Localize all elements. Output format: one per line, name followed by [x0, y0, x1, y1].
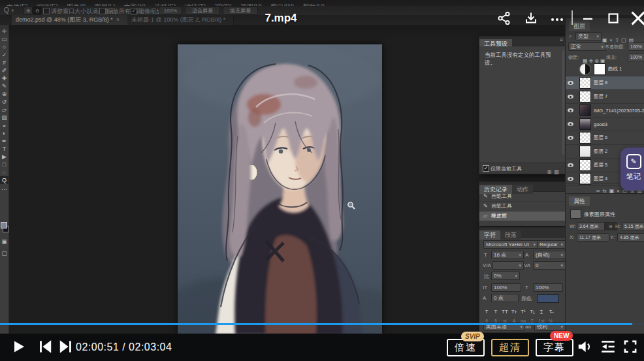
- quick-selection-tool-icon[interactable]: ✓: [0, 51, 8, 59]
- notes-widget[interactable]: ✎ 笔记: [620, 148, 644, 191]
- fullscreen-icon[interactable]: [622, 338, 639, 355]
- eyedropper-tool-icon[interactable]: ✐: [0, 67, 8, 74]
- history-state-row[interactable]: ▱橡皮擦: [479, 212, 566, 221]
- layer-thumbnail[interactable]: [579, 159, 591, 171]
- more-tools-icon[interactable]: ⋯: [0, 185, 8, 193]
- baseline-shift-field[interactable]: 0 点: [491, 294, 519, 302]
- vertical-scale-field[interactable]: 100%: [491, 283, 521, 292]
- font-size-select[interactable]: 16 点▾: [491, 251, 524, 259]
- width-field[interactable]: 3.64 厘米: [577, 222, 607, 230]
- tracking-select[interactable]: 0▾: [533, 261, 566, 270]
- fill-field[interactable]: 100%: [628, 53, 644, 61]
- layer-thumbnail[interactable]: [579, 77, 591, 89]
- path-selection-tool-icon[interactable]: ▶: [0, 153, 8, 161]
- close-tab-icon[interactable]: ×: [116, 16, 120, 23]
- horizontal-scale-field[interactable]: 100%: [533, 283, 563, 292]
- dodge-tool-icon[interactable]: ◐: [0, 129, 8, 137]
- panel-footer-icon[interactable]: ▥: [554, 169, 559, 175]
- type-tool-icon[interactable]: T: [0, 145, 8, 153]
- layer-name[interactable]: 图层 8: [594, 80, 607, 86]
- quick-mask-icon[interactable]: ▣: [0, 238, 8, 245]
- zoom-out-button[interactable]: ⊖: [33, 7, 42, 15]
- previous-button[interactable]: [37, 338, 54, 355]
- next-button[interactable]: [57, 338, 74, 355]
- panel-scrollbar[interactable]: [562, 50, 564, 155]
- history-brush-tool-icon[interactable]: ↺: [0, 98, 8, 106]
- play-button[interactable]: [10, 338, 26, 355]
- zoom-tool-icon[interactable]: Q: [0, 176, 8, 184]
- layer-row[interactable]: 图层 8: [566, 76, 644, 90]
- tab-properties[interactable]: 属性: [569, 196, 590, 206]
- layer-name[interactable]: 图层 4: [594, 176, 607, 182]
- progress-bar[interactable]: [0, 323, 644, 325]
- blend-mode-select[interactable]: 正常▾: [568, 42, 606, 51]
- volume-icon[interactable]: [576, 338, 593, 355]
- visibility-eye-icon[interactable]: [568, 136, 573, 140]
- eraser-tool-icon[interactable]: ▱: [0, 106, 8, 114]
- height-field[interactable]: 5.15 厘米: [622, 222, 644, 230]
- layer-name[interactable]: 图层 6: [594, 134, 607, 141]
- current-tool-only-checkbox[interactable]: ✓: [483, 165, 489, 172]
- visibility-eye-icon[interactable]: [568, 163, 573, 167]
- panel-menu-icon[interactable]: ≡: [560, 37, 563, 43]
- layer-filter-icon[interactable]: ▢: [621, 37, 626, 43]
- quality-button[interactable]: 超清: [491, 339, 529, 356]
- playback-speed-button[interactable]: 倍速: [447, 339, 485, 356]
- close-icon[interactable]: [629, 9, 644, 27]
- minimize-icon[interactable]: [580, 10, 596, 26]
- layer-row[interactable]: good3: [566, 118, 644, 131]
- layer-thumbnail[interactable]: [579, 63, 591, 75]
- layer-thumbnail[interactable]: [579, 104, 591, 116]
- history-state-row[interactable]: ✎画笔工具: [479, 192, 566, 202]
- pen-tool-icon[interactable]: ✒: [0, 137, 8, 145]
- text-color-swatch[interactable]: [537, 294, 559, 303]
- layer-name[interactable]: 图层 7: [594, 93, 607, 100]
- share-icon[interactable]: [496, 10, 512, 26]
- opacity-field[interactable]: 100%: [628, 42, 644, 51]
- ps-canvas[interactable]: [178, 44, 382, 334]
- layer-name[interactable]: 图层 5: [594, 162, 607, 168]
- layer-thumbnail[interactable]: [579, 118, 591, 130]
- y-field[interactable]: 4.85 厘米: [617, 233, 644, 242]
- playlist-icon[interactable]: [600, 338, 617, 355]
- layer-name[interactable]: good3: [594, 121, 607, 127]
- download-icon[interactable]: [523, 10, 539, 26]
- move-tool-icon[interactable]: ✛: [0, 27, 8, 35]
- layer-thumbnail[interactable]: [579, 146, 591, 157]
- blur-tool-icon[interactable]: ◒: [0, 121, 8, 129]
- x-field[interactable]: 11.17 厘米: [577, 233, 609, 242]
- visibility-eye-icon[interactable]: [568, 108, 573, 112]
- lasso-tool-icon[interactable]: ○: [0, 43, 8, 51]
- chevron-down-icon[interactable]: ▾: [11, 7, 14, 14]
- panel-footer-icon[interactable]: ⊞: [547, 169, 552, 175]
- layer-thumbnail[interactable]: [579, 91, 591, 102]
- healing-brush-tool-icon[interactable]: ✚: [0, 74, 8, 82]
- visibility-eye-icon[interactable]: [568, 81, 573, 85]
- layer-row[interactable]: 图层 7: [566, 90, 644, 104]
- gradient-tool-icon[interactable]: ▨: [0, 114, 8, 121]
- document-tab-active[interactable]: demo2.psd @ 48% (图层 3, RGB/8) *×: [12, 15, 135, 25]
- clone-stamp-tool-icon[interactable]: ⊕: [0, 90, 8, 98]
- layer-thumbnail[interactable]: [579, 132, 591, 144]
- subtitle-button[interactable]: 字幕: [536, 339, 573, 356]
- crop-tool-icon[interactable]: #: [0, 59, 8, 67]
- scrubby-zoom-checkbox[interactable]: ✓: [131, 8, 137, 14]
- kerning-select[interactable]: ▾: [492, 261, 524, 270]
- marquee-tool-icon[interactable]: ▭: [0, 35, 8, 43]
- zoom-all-windows-checkbox[interactable]: [99, 8, 106, 14]
- layer-filter-icon[interactable]: T: [615, 37, 619, 43]
- history-state-row[interactable]: ✎画笔工具: [479, 202, 566, 212]
- zoom-in-button[interactable]: ⊕: [24, 7, 33, 15]
- zoom-100-button[interactable]: 100%: [159, 7, 182, 15]
- layer-row[interactable]: 曲线 1: [566, 63, 644, 76]
- screen-mode-icon[interactable]: ▢: [0, 249, 8, 257]
- foreground-color-swatch[interactable]: [1, 222, 7, 228]
- brush-tool-icon[interactable]: ✎: [0, 82, 8, 90]
- layer-name[interactable]: 曲线 1: [608, 66, 622, 72]
- more-options-icon[interactable]: [549, 12, 565, 27]
- font-style-select[interactable]: Regular▾: [537, 240, 566, 249]
- visibility-eye-icon[interactable]: [568, 95, 573, 99]
- visibility-eye-icon[interactable]: [568, 122, 573, 126]
- layer-mask-thumbnail[interactable]: [594, 63, 605, 75]
- leading-select[interactable]: (自动)▾: [533, 251, 566, 259]
